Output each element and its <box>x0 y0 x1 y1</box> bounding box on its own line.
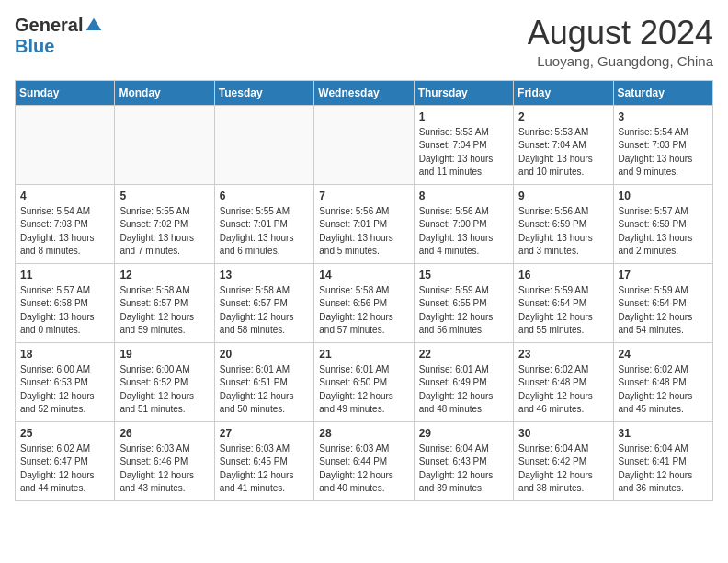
day-cell: 15Sunrise: 5:59 AMSunset: 6:55 PMDayligh… <box>414 263 513 342</box>
page-header: General Blue August 2024 Luoyang, Guangd… <box>15 15 713 69</box>
day-info: Sunrise: 5:57 AMSunset: 6:59 PMDaylight:… <box>619 205 708 259</box>
day-info: Sunrise: 5:55 AMSunset: 7:01 PMDaylight:… <box>220 205 309 259</box>
day-info: Sunrise: 5:56 AMSunset: 6:59 PMDaylight:… <box>518 205 608 259</box>
day-cell: 8Sunrise: 5:56 AMSunset: 7:00 PMDaylight… <box>414 184 513 263</box>
weekday-friday: Friday <box>514 80 613 105</box>
day-info: Sunrise: 5:57 AMSunset: 6:58 PMDaylight:… <box>20 284 109 338</box>
day-cell: 9Sunrise: 5:56 AMSunset: 6:59 PMDaylight… <box>514 184 613 263</box>
day-info: Sunrise: 6:03 AMSunset: 6:46 PMDaylight:… <box>119 442 209 496</box>
day-number: 12 <box>119 269 209 282</box>
day-cell: 25Sunrise: 6:02 AMSunset: 6:47 PMDayligh… <box>16 421 115 500</box>
day-number: 7 <box>319 190 408 202</box>
day-info: Sunrise: 6:02 AMSunset: 6:47 PMDaylight:… <box>20 442 109 496</box>
weekday-monday: Monday <box>115 80 214 105</box>
day-cell: 19Sunrise: 6:00 AMSunset: 6:52 PMDayligh… <box>115 342 214 421</box>
day-cell: 23Sunrise: 6:02 AMSunset: 6:48 PMDayligh… <box>514 342 613 421</box>
day-number: 13 <box>220 269 309 282</box>
day-cell: 2Sunrise: 5:53 AMSunset: 7:04 AMDaylight… <box>514 105 613 184</box>
day-cell <box>214 105 313 184</box>
day-number: 19 <box>119 348 209 361</box>
day-number: 8 <box>419 190 508 202</box>
location: Luoyang, Guangdong, China <box>528 53 713 69</box>
day-info: Sunrise: 5:56 AMSunset: 7:00 PMDaylight:… <box>419 205 508 259</box>
day-cell: 20Sunrise: 6:01 AMSunset: 6:51 PMDayligh… <box>214 342 313 421</box>
day-number: 4 <box>20 190 109 202</box>
logo-blue-text: Blue <box>15 36 54 57</box>
day-number: 18 <box>20 348 109 361</box>
day-cell <box>16 105 115 184</box>
day-number: 24 <box>619 348 708 361</box>
day-cell: 18Sunrise: 6:00 AMSunset: 6:53 PMDayligh… <box>16 342 115 421</box>
day-number: 17 <box>619 269 708 282</box>
day-cell: 30Sunrise: 6:04 AMSunset: 6:42 PMDayligh… <box>514 421 613 500</box>
week-row-2: 4Sunrise: 5:54 AMSunset: 7:03 PMDaylight… <box>16 184 713 263</box>
day-number: 27 <box>220 427 309 440</box>
day-cell: 31Sunrise: 6:04 AMSunset: 6:41 PMDayligh… <box>613 421 712 500</box>
day-info: Sunrise: 5:59 AMSunset: 6:54 PMDaylight:… <box>518 284 608 338</box>
day-cell: 4Sunrise: 5:54 AMSunset: 7:03 PMDaylight… <box>16 184 115 263</box>
day-cell: 10Sunrise: 5:57 AMSunset: 6:59 PMDayligh… <box>613 184 712 263</box>
week-row-1: 1Sunrise: 5:53 AMSunset: 7:04 PMDaylight… <box>16 105 713 184</box>
day-cell: 11Sunrise: 5:57 AMSunset: 6:58 PMDayligh… <box>16 263 115 342</box>
day-info: Sunrise: 5:59 AMSunset: 6:55 PMDaylight:… <box>419 284 508 338</box>
day-info: Sunrise: 6:04 AMSunset: 6:41 PMDaylight:… <box>619 442 708 496</box>
day-number: 23 <box>518 348 608 361</box>
week-row-5: 25Sunrise: 6:02 AMSunset: 6:47 PMDayligh… <box>16 421 713 500</box>
title-block: August 2024 Luoyang, Guangdong, China <box>528 15 713 69</box>
week-row-4: 18Sunrise: 6:00 AMSunset: 6:53 PMDayligh… <box>16 342 713 421</box>
day-info: Sunrise: 6:01 AMSunset: 6:50 PMDaylight:… <box>319 363 408 417</box>
logo-icon <box>85 17 103 35</box>
day-cell: 17Sunrise: 5:59 AMSunset: 6:54 PMDayligh… <box>613 263 712 342</box>
day-cell: 13Sunrise: 5:58 AMSunset: 6:57 PMDayligh… <box>214 263 313 342</box>
day-number: 20 <box>220 348 309 361</box>
day-info: Sunrise: 5:55 AMSunset: 7:02 PMDaylight:… <box>119 205 209 259</box>
logo: General Blue <box>15 15 103 57</box>
day-cell <box>115 105 214 184</box>
day-cell: 26Sunrise: 6:03 AMSunset: 6:46 PMDayligh… <box>115 421 214 500</box>
day-number: 5 <box>119 190 209 202</box>
logo-general-text: General <box>15 15 83 36</box>
day-number: 29 <box>419 427 508 440</box>
calendar-table: SundayMondayTuesdayWednesdayThursdayFrid… <box>15 80 713 501</box>
calendar-body: 1Sunrise: 5:53 AMSunset: 7:04 PMDaylight… <box>16 105 713 500</box>
day-info: Sunrise: 6:02 AMSunset: 6:48 PMDaylight:… <box>518 363 608 417</box>
day-info: Sunrise: 6:04 AMSunset: 6:43 PMDaylight:… <box>419 442 508 496</box>
day-number: 30 <box>518 427 608 440</box>
day-info: Sunrise: 6:03 AMSunset: 6:44 PMDaylight:… <box>319 442 408 496</box>
weekday-sunday: Sunday <box>16 80 115 105</box>
day-info: Sunrise: 6:00 AMSunset: 6:53 PMDaylight:… <box>20 363 109 417</box>
day-cell: 3Sunrise: 5:54 AMSunset: 7:03 PMDaylight… <box>613 105 712 184</box>
day-cell: 7Sunrise: 5:56 AMSunset: 7:01 PMDaylight… <box>314 184 414 263</box>
day-cell: 12Sunrise: 5:58 AMSunset: 6:57 PMDayligh… <box>115 263 214 342</box>
day-cell: 1Sunrise: 5:53 AMSunset: 7:04 PMDaylight… <box>414 105 513 184</box>
day-number: 6 <box>220 190 309 202</box>
day-cell: 21Sunrise: 6:01 AMSunset: 6:50 PMDayligh… <box>314 342 414 421</box>
day-number: 31 <box>619 427 708 440</box>
day-number: 10 <box>619 190 708 202</box>
day-number: 2 <box>518 110 608 123</box>
day-number: 21 <box>319 348 408 361</box>
day-cell: 16Sunrise: 5:59 AMSunset: 6:54 PMDayligh… <box>514 263 613 342</box>
month-year: August 2024 <box>528 15 713 52</box>
day-info: Sunrise: 6:03 AMSunset: 6:45 PMDaylight:… <box>220 442 309 496</box>
weekday-header-row: SundayMondayTuesdayWednesdayThursdayFrid… <box>16 80 713 105</box>
day-number: 16 <box>518 269 608 282</box>
day-number: 9 <box>518 190 608 202</box>
day-info: Sunrise: 5:53 AMSunset: 7:04 PMDaylight:… <box>419 126 508 179</box>
weekday-thursday: Thursday <box>414 80 513 105</box>
svg-marker-0 <box>86 17 102 29</box>
day-number: 1 <box>419 110 508 123</box>
day-info: Sunrise: 5:53 AMSunset: 7:04 AMDaylight:… <box>518 126 608 179</box>
day-info: Sunrise: 5:58 AMSunset: 6:56 PMDaylight:… <box>319 284 408 338</box>
day-info: Sunrise: 6:00 AMSunset: 6:52 PMDaylight:… <box>119 363 209 417</box>
day-info: Sunrise: 5:58 AMSunset: 6:57 PMDaylight:… <box>220 284 309 338</box>
day-number: 26 <box>119 427 209 440</box>
day-number: 15 <box>419 269 508 282</box>
day-cell: 24Sunrise: 6:02 AMSunset: 6:48 PMDayligh… <box>613 342 712 421</box>
day-info: Sunrise: 5:58 AMSunset: 6:57 PMDaylight:… <box>119 284 209 338</box>
day-number: 11 <box>20 269 109 282</box>
day-cell: 28Sunrise: 6:03 AMSunset: 6:44 PMDayligh… <box>314 421 414 500</box>
day-info: Sunrise: 6:01 AMSunset: 6:51 PMDaylight:… <box>220 363 309 417</box>
weekday-saturday: Saturday <box>613 80 712 105</box>
day-number: 22 <box>419 348 508 361</box>
